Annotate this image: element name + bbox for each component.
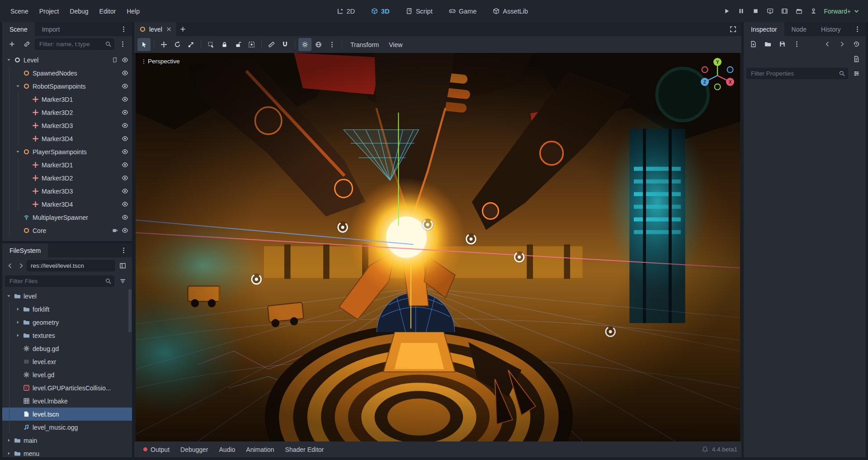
scene-node-row[interactable]: RobotSpawnpoints [2, 80, 132, 93]
scene-node-row[interactable]: Marker3D2 [2, 106, 132, 119]
sun-preview-button[interactable] [298, 38, 311, 51]
snap-button[interactable] [278, 38, 292, 51]
add-node-button[interactable] [5, 38, 19, 51]
scene-dock-tab-scene[interactable]: Scene [2, 22, 35, 36]
scene-node-row[interactable]: Level [2, 53, 132, 66]
file-row[interactable]: main [2, 434, 132, 447]
scene-tab-level[interactable]: level [134, 22, 176, 36]
edit-next-object-button[interactable] [835, 38, 849, 51]
tab-filesystem[interactable]: FileSystem [2, 243, 48, 257]
close-icon[interactable] [165, 26, 172, 33]
visibility-toggle[interactable] [119, 135, 130, 142]
inspector-menu-button[interactable] [850, 23, 864, 36]
scene-dock-menu-button[interactable] [117, 23, 130, 36]
expand-arrow-icon[interactable] [14, 149, 22, 154]
notifications-bell-icon[interactable] [702, 446, 708, 453]
ruler-button[interactable] [265, 38, 278, 51]
load-resource-button[interactable] [761, 38, 774, 51]
expand-arrow-icon[interactable] [14, 307, 22, 312]
resource-extra-button[interactable] [790, 38, 803, 51]
pause-button[interactable] [734, 5, 748, 18]
select-box-button[interactable] [204, 38, 217, 51]
perspective-menu[interactable]: Perspective [139, 57, 184, 66]
expand-arrow-icon[interactable] [5, 438, 13, 443]
expand-arrow-icon[interactable] [14, 333, 22, 338]
property-filter-input[interactable] [746, 68, 848, 79]
scene-node-row[interactable]: Marker3D3 [2, 119, 132, 132]
menu-help[interactable]: Help [122, 5, 145, 18]
visibility-toggle[interactable] [119, 109, 130, 116]
instance-scene-button[interactable] [20, 38, 33, 51]
bottom-tab-debugger[interactable]: Debugger [175, 443, 213, 456]
bottom-tab-output[interactable]: Output [138, 443, 175, 456]
filesystem-menu-button[interactable] [117, 244, 130, 257]
scene-node-row[interactable]: Marker3D3 [2, 185, 132, 198]
menu-editor[interactable]: Editor [94, 5, 121, 18]
bottom-tab-animation[interactable]: Animation [241, 443, 279, 456]
movie-clapper-button[interactable] [792, 5, 806, 18]
current-path-input[interactable] [27, 260, 115, 271]
split-mode-button[interactable] [116, 259, 129, 272]
file-row[interactable]: debug.gd [2, 342, 132, 355]
visibility-toggle[interactable] [119, 201, 130, 208]
visibility-toggle[interactable] [119, 122, 130, 129]
scene-node-row[interactable]: SpawnedNodes [2, 66, 132, 80]
expand-arrow-icon[interactable] [5, 451, 13, 456]
play-button[interactable] [720, 5, 733, 18]
inspector-tab-history[interactable]: History [814, 22, 848, 36]
file-row[interactable]: level.GPUParticlesCollisio... [2, 381, 132, 394]
file-filter-input[interactable] [5, 275, 114, 287]
viewport-3d-render[interactable] [136, 53, 740, 441]
extra-options-button[interactable] [326, 38, 339, 51]
file-row[interactable]: level_music.ogg [2, 421, 132, 434]
scene-node-row[interactable]: Marker3D4 [2, 198, 132, 211]
visibility-toggle[interactable] [119, 148, 130, 155]
visibility-toggle[interactable] [119, 214, 130, 221]
scene-node-row[interactable]: Core [2, 224, 132, 237]
environment-preview-button[interactable] [312, 38, 325, 51]
new-scene-tab-button[interactable] [176, 22, 190, 36]
visibility-toggle[interactable] [119, 57, 130, 63]
file-row[interactable]: geometry [2, 316, 132, 329]
visibility-toggle[interactable] [119, 161, 130, 168]
scene-filter-input[interactable] [35, 38, 114, 50]
new-resource-button[interactable] [746, 38, 760, 51]
history-forward-button[interactable] [16, 259, 26, 272]
rotate-button[interactable] [171, 38, 184, 51]
stop-button[interactable] [749, 5, 762, 18]
lock-button[interactable] [218, 38, 231, 51]
scene-node-row[interactable]: Marker3D1 [2, 93, 132, 106]
inspector-tab-inspector[interactable]: Inspector [744, 22, 784, 36]
scrollbar-thumb[interactable] [128, 289, 132, 332]
file-row[interactable]: menu [2, 447, 132, 457]
visibility-toggle[interactable] [119, 188, 130, 194]
distraction-free-button[interactable] [726, 23, 740, 36]
transform-menu[interactable]: Transform [345, 39, 384, 51]
visibility-toggle[interactable] [119, 70, 130, 76]
scene-dock-tab-import[interactable]: Import [35, 22, 67, 36]
bottom-tab-audio[interactable]: Audio [214, 443, 241, 456]
visibility-toggle[interactable] [119, 96, 130, 103]
save-resource-button[interactable] [775, 38, 789, 51]
edit-prev-object-button[interactable] [821, 38, 834, 51]
remote-debug-button[interactable] [763, 5, 777, 18]
viewport-3d[interactable]: Perspective Y X Z [136, 53, 740, 441]
select-button[interactable] [137, 38, 151, 51]
file-row[interactable]: level.lmbake [2, 394, 132, 408]
manage-object-properties-button[interactable] [849, 66, 863, 80]
workspace-3d[interactable]: 3D [365, 5, 396, 18]
input-device-button[interactable] [807, 5, 820, 18]
scale-button[interactable] [184, 38, 198, 51]
scene-node-row[interactable]: Marker3D2 [2, 171, 132, 185]
object-history-button[interactable] [849, 38, 863, 51]
file-sort-button[interactable] [116, 274, 129, 288]
unlock-button[interactable] [231, 38, 245, 51]
workspace-script[interactable]: Script [400, 5, 439, 18]
open-docs-button[interactable] [849, 52, 863, 66]
file-row[interactable]: forklift [2, 303, 132, 316]
scene-node-row[interactable]: Marker3D1 [2, 158, 132, 171]
file-row[interactable]: level.tscn [2, 408, 132, 421]
inspector-tab-node[interactable]: Node [784, 22, 814, 36]
visibility-toggle[interactable] [119, 227, 130, 234]
view-menu[interactable]: View [384, 39, 407, 51]
